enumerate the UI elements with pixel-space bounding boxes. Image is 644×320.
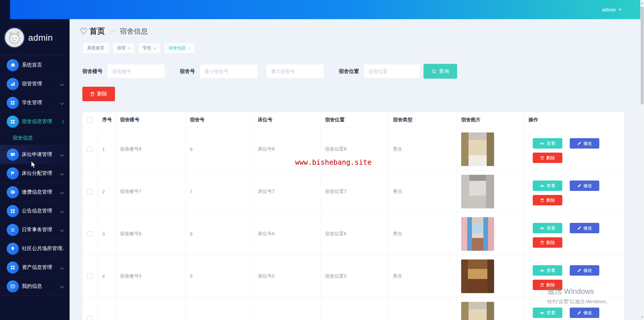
vertical-scrollbar[interactable]: ▲ ▼	[640, 0, 644, 320]
edit-button[interactable]: 修改	[570, 223, 599, 233]
sidebar-item-dorm-info-mgmt[interactable]: 宿舍信息管理	[0, 112, 70, 131]
scroll-up-arrow[interactable]: ▲	[640, 1, 644, 5]
close-icon[interactable]: ×	[154, 46, 156, 51]
close-icon[interactable]: ×	[188, 46, 191, 51]
home-icon	[7, 59, 19, 71]
trash-icon	[540, 240, 544, 245]
tab-student[interactable]: 学生 ×	[138, 42, 161, 54]
delete-button[interactable]: 删除	[533, 195, 562, 205]
trash-icon	[540, 156, 544, 160]
edit-button[interactable]: 修改	[570, 308, 599, 318]
sidebar-item-payment-info-mgmt[interactable]: 缴费信息管理	[0, 183, 70, 202]
card-icon	[7, 280, 19, 292]
eye-icon	[540, 184, 545, 188]
chevron-down-icon	[60, 209, 64, 213]
edit-button[interactable]: 修改	[570, 138, 599, 149]
tab-bar: 系统首页 宿管 × 学生 × 宿舍信息 ×	[82, 42, 640, 54]
chevron-down-icon	[60, 266, 64, 269]
view-button[interactable]: 查看	[533, 308, 562, 318]
pencil-icon	[577, 311, 581, 315]
list-icon	[7, 224, 19, 236]
table-row: 查看 修改 删除	[82, 297, 624, 320]
bulk-delete-button[interactable]: 删除	[82, 87, 115, 101]
select-all-checkbox[interactable]	[87, 117, 93, 123]
sidebar-item-dorm-admin-mgmt[interactable]: 宿管管理	[0, 75, 70, 93]
sidebar-item-bed-assign-mgmt[interactable]: 床位分配管理	[0, 164, 70, 183]
field-label-dorm-number: 宿舍号	[180, 68, 195, 75]
user-menu[interactable]: admin ▼	[602, 0, 622, 19]
eye-icon	[540, 226, 545, 231]
scrollbar-thumb[interactable]	[641, 7, 644, 104]
eye-icon	[540, 311, 545, 315]
tab-system-home[interactable]: 系统首页	[82, 42, 109, 54]
chevron-down-icon	[60, 153, 64, 156]
chevron-down-icon	[60, 101, 64, 105]
chevron-down-icon	[60, 171, 64, 175]
topbar: admin ▼	[0, 0, 640, 19]
view-button[interactable]: 查看	[533, 138, 562, 149]
pencil-icon	[577, 184, 581, 188]
dorm-photo	[461, 132, 494, 166]
sidebar-item-daily-affairs-mgmt[interactable]: 日常事务管理	[0, 221, 70, 239]
delete-button[interactable]: 删除	[533, 280, 562, 290]
row-checkbox[interactable]	[87, 316, 93, 320]
sidebar-item-bed-apply-mgmt[interactable]: 床位申请管理	[0, 145, 70, 164]
sidebar-item-student-mgmt[interactable]: 学生管理	[0, 93, 70, 112]
breadcrumb-separator	[110, 31, 115, 34]
search-icon	[432, 69, 437, 74]
trash-icon	[90, 91, 95, 96]
pencil-icon	[577, 268, 581, 273]
eye-icon	[540, 268, 545, 273]
chevron-down-icon	[60, 82, 64, 86]
row-checkbox[interactable]	[87, 231, 93, 237]
message-icon	[7, 186, 19, 198]
trash-icon	[540, 198, 544, 202]
row-checkbox[interactable]	[87, 147, 93, 152]
row-checkbox[interactable]	[87, 274, 93, 279]
sidebar-item-my-info[interactable]: 我的信息	[0, 277, 70, 296]
tab-dorm-info[interactable]: 宿舍信息 ×	[164, 42, 195, 54]
chevron-up-icon	[60, 120, 64, 123]
trash-icon	[540, 283, 544, 287]
brand: ?? admin	[0, 19, 70, 56]
location-input[interactable]	[364, 64, 420, 78]
eye-icon	[540, 141, 545, 146]
building-number-input[interactable]	[107, 64, 165, 78]
dorm-photo	[461, 302, 494, 320]
sidebar-item-asset-info-mgmt[interactable]: 资产信息管理	[0, 258, 70, 277]
dorm-photo	[461, 175, 494, 208]
grid-icon	[7, 262, 19, 274]
field-label-location: 宿舍位置	[339, 68, 359, 75]
delete-button[interactable]: 删除	[533, 237, 562, 248]
min-dorm-number-input[interactable]	[200, 64, 257, 78]
close-icon[interactable]: ×	[128, 46, 130, 51]
chevron-down-icon	[60, 284, 64, 288]
delete-button[interactable]: 删除	[533, 153, 562, 163]
table-row: 2 宿舍楼号7 7 床位号7 宿舍位置7 男生 查看 修改 删除	[82, 170, 624, 213]
brand-name: admin	[28, 33, 53, 43]
sidebar-menu: 系统首页 宿管管理 学生管理 宿舍信息管理 宿舍信息	[0, 56, 70, 296]
edit-button[interactable]: 修改	[570, 265, 599, 276]
tab-dorm-admin[interactable]: 宿管 ×	[112, 42, 135, 54]
grid-icon	[7, 116, 19, 128]
view-button[interactable]: 查看	[533, 223, 562, 233]
grid-icon	[7, 97, 19, 109]
sidebar-subitem-dorm-info[interactable]: 宿舍信息	[0, 131, 70, 145]
pencil-icon	[577, 226, 581, 230]
edit-button[interactable]: 修改	[570, 181, 599, 191]
sidebar-item-system-home[interactable]: 系统首页	[0, 56, 70, 75]
max-dorm-number-input[interactable]	[266, 64, 324, 78]
row-checkbox[interactable]	[87, 189, 93, 194]
sidebar-item-community-place-mgmt[interactable]: 社区公共场所管理	[0, 239, 70, 258]
grid-icon	[7, 205, 19, 217]
comment-icon	[7, 149, 19, 161]
pencil-icon	[577, 141, 581, 146]
view-button[interactable]: 查看	[533, 181, 562, 191]
avatar: ??	[4, 27, 25, 48]
sidebar-item-notice-info-mgmt[interactable]: 公告信息管理	[0, 202, 70, 221]
breadcrumb-home[interactable]: 首页	[89, 26, 105, 36]
view-button[interactable]: 查看	[533, 265, 562, 276]
search-button[interactable]: 查询	[424, 64, 457, 79]
flag-icon	[7, 167, 19, 179]
scroll-down-arrow[interactable]: ▼	[640, 315, 644, 319]
